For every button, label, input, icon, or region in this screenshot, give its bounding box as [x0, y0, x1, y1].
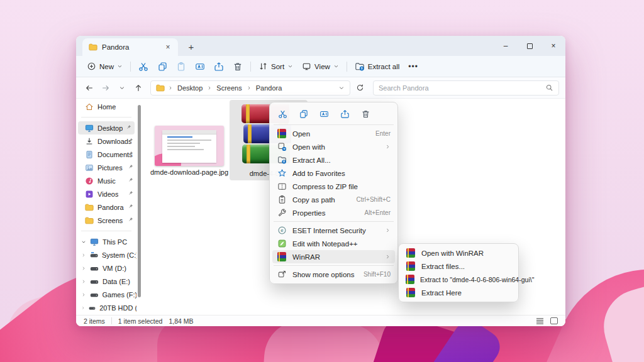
sidebar-item-games-f[interactable]: Games (F:)	[76, 288, 136, 301]
refresh-icon	[356, 84, 364, 92]
sidebar-scrollbar[interactable]	[136, 99, 143, 315]
menu-item-notepadpp[interactable]: Edit with Notepad++	[272, 237, 395, 250]
menu-item-copy-as-path[interactable]: Copy as path Ctrl+Shift+C	[272, 193, 395, 206]
menu-item-label: Extract to "dmde-4-0-6-806-win64-gui\"	[420, 276, 534, 283]
sidebar-item-vm-d[interactable]: VM (D:)	[76, 261, 136, 275]
new-button[interactable]: New	[82, 58, 127, 75]
sidebar-item-pandora[interactable]: Pandora	[76, 200, 136, 214]
breadcrumb-screens[interactable]: Screens	[215, 84, 243, 92]
close-button[interactable]: ×	[541, 36, 565, 56]
large-icons-view-icon[interactable]	[550, 317, 558, 324]
sidebar-item-20tb-hdd-g[interactable]: 20TB HDD (G:)	[76, 301, 136, 314]
winrar-icon	[277, 129, 287, 138]
menu-item-winrar[interactable]: WinRAR	[272, 250, 395, 263]
search-input[interactable]	[379, 84, 545, 92]
sidebar-item-home[interactable]: Home	[76, 100, 136, 113]
up-button[interactable]	[131, 80, 145, 96]
share-button[interactable]	[337, 107, 352, 121]
share-icon	[214, 62, 224, 72]
copy-path-icon	[277, 195, 287, 204]
breadcrumb-pandora[interactable]: Pandora	[255, 84, 284, 92]
minimize-button[interactable]: –	[494, 36, 518, 56]
pin-icon	[128, 190, 133, 196]
system-drive-icon	[90, 251, 98, 260]
navigation-bar: Desktop Screens Pandora	[76, 77, 565, 99]
sidebar-item-music[interactable]: Music	[76, 174, 136, 187]
submenu-item-extract-to[interactable]: Extract to "dmde-4-0-6-806-win64-gui\"	[401, 273, 516, 286]
maximize-button[interactable]	[518, 36, 541, 56]
menu-item-extract-all[interactable]: Extract All...	[272, 153, 395, 167]
toolbar-separator	[130, 62, 131, 72]
pin-icon	[128, 217, 133, 222]
sidebar-item-this-pc[interactable]: This PC	[76, 235, 136, 248]
sidebar-item-downloads[interactable]: Downloads	[76, 134, 136, 148]
cut-button[interactable]	[134, 58, 153, 75]
breadcrumb-desktop[interactable]: Desktop	[176, 84, 204, 92]
file-explorer-window: Pandora × + – × New	[76, 36, 565, 326]
tab-close-icon[interactable]: ×	[163, 43, 173, 52]
menu-item-show-more-options[interactable]: Show more options Shift+F10	[272, 268, 395, 281]
picture-icon	[85, 163, 94, 172]
toolbar-separator	[347, 62, 347, 72]
forward-button[interactable]	[99, 80, 113, 96]
file-item-jpg[interactable]: dmde-download-page.jpg	[148, 126, 231, 176]
sort-button[interactable]: Sort	[254, 58, 297, 75]
scrollbar-thumb[interactable]	[138, 105, 141, 297]
menu-item-eset[interactable]: e ESET Internet Security	[272, 224, 395, 237]
submenu-item-extract-files[interactable]: Extract files...	[401, 260, 516, 273]
details-view-icon[interactable]	[536, 317, 544, 324]
chevron-right-icon	[81, 279, 86, 284]
share-button[interactable]	[209, 58, 228, 75]
delete-button[interactable]	[358, 107, 373, 121]
paste-button[interactable]	[172, 58, 191, 75]
sidebar-separator	[81, 117, 131, 118]
address-bar[interactable]: Desktop Screens Pandora	[150, 80, 350, 96]
sidebar-item-desktop[interactable]: Desktop	[78, 121, 135, 134]
delete-button[interactable]	[228, 58, 247, 75]
menu-item-properties[interactable]: Properties Alt+Enter	[272, 206, 395, 219]
recent-locations-button[interactable]	[115, 80, 129, 96]
file-name: dmde-download-page.jpg	[148, 168, 231, 176]
new-tab-button[interactable]: +	[183, 38, 199, 55]
sidebar-item-system-c[interactable]: System (C:)	[76, 248, 136, 261]
menu-item-open[interactable]: Open Enter	[272, 127, 395, 140]
thumbnail-page	[162, 130, 216, 163]
context-menu: Open Enter Open with Extract All... Add …	[269, 102, 398, 284]
menu-item-open-with[interactable]: Open with	[272, 140, 395, 153]
new-button-label: New	[99, 63, 114, 70]
sidebar-item-label: Videos	[97, 190, 118, 198]
sidebar-item-label: System (C:)	[102, 251, 136, 259]
menu-shortcut: Shift+F10	[364, 271, 391, 278]
view-button[interactable]: View	[297, 58, 343, 75]
submenu-item-open-with-winrar[interactable]: Open with WinRAR	[401, 246, 516, 260]
sort-button-label: Sort	[271, 63, 284, 70]
copy-icon	[299, 109, 308, 119]
menu-item-add-to-favorites[interactable]: Add to Favorites	[272, 167, 395, 180]
sidebar-item-label: Music	[97, 177, 116, 185]
winrar-icon	[406, 248, 416, 258]
menu-item-label: Add to Favorites	[292, 170, 345, 177]
notepadpp-icon	[277, 239, 287, 248]
chevron-down-icon	[333, 63, 339, 69]
view-icon	[302, 62, 311, 71]
copy-button[interactable]	[296, 107, 311, 121]
document-icon	[85, 150, 94, 159]
sidebar-item-videos[interactable]: Videos	[76, 187, 136, 200]
refresh-button[interactable]	[353, 80, 367, 96]
copy-button[interactable]	[153, 58, 172, 75]
cut-button[interactable]	[275, 107, 290, 121]
pin-icon	[128, 164, 133, 170]
back-button[interactable]	[82, 80, 96, 96]
extract-all-button[interactable]: Extract all	[350, 58, 404, 75]
rename-button[interactable]	[191, 58, 209, 75]
submenu-item-extract-here[interactable]: Extract Here	[401, 286, 516, 299]
sort-icon	[258, 62, 268, 71]
menu-item-compress-zip[interactable]: Compress to ZIP file	[272, 180, 395, 193]
sidebar-item-documents[interactable]: Documents	[76, 148, 136, 161]
more-options-button[interactable]: •••	[404, 58, 423, 75]
sidebar-item-data-e[interactable]: Data (E:)	[76, 275, 136, 288]
rename-button[interactable]	[316, 107, 331, 121]
sidebar-item-pictures[interactable]: Pictures	[76, 161, 136, 174]
sidebar-item-screens[interactable]: Screens	[76, 214, 136, 227]
tab-pandora[interactable]: Pandora ×	[82, 38, 178, 56]
